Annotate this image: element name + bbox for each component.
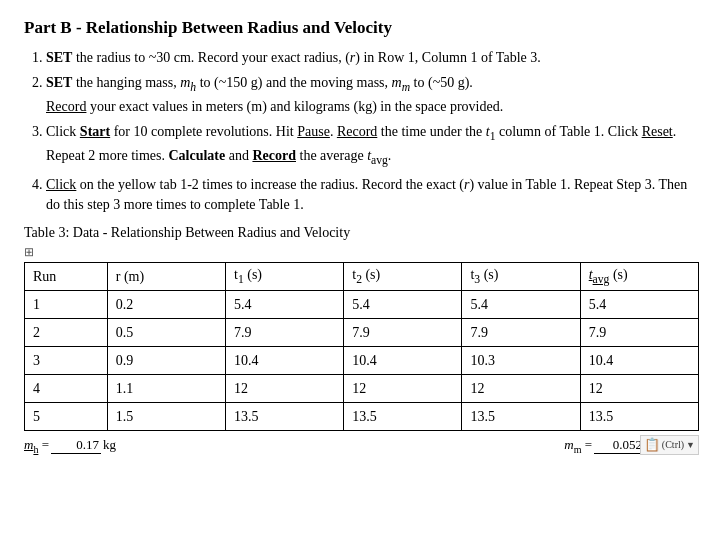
instr3-reset: Reset [642, 124, 673, 139]
cell-r2-c4: 7.9 [344, 319, 462, 347]
cell-r4-c3: 12 [226, 375, 344, 403]
mh-value: 0.17 [51, 437, 101, 454]
instr3-start: Start [80, 124, 110, 139]
mh-unit: kg [103, 437, 116, 453]
table-row: 30.910.410.410.310.4 [25, 347, 699, 375]
cell-r1-c1: 1 [25, 291, 108, 319]
instr2-set: SET [46, 75, 72, 90]
instruction-4: Click on the yellow tab 1-2 times to inc… [46, 175, 699, 216]
mh-label: mh = [24, 437, 49, 455]
cell-r3-c6: 10.4 [580, 347, 698, 375]
cell-r4-c2: 1.1 [107, 375, 225, 403]
instr3-record: Record [337, 124, 377, 139]
cell-r5-c1: 5 [25, 403, 108, 431]
table-header-row: Run r (m) t1 (s) t2 (s) t3 (s) tavg (s) [25, 263, 699, 291]
cell-r5-c4: 13.5 [344, 403, 462, 431]
cell-r1-c3: 5.4 [226, 291, 344, 319]
mm-label: mm = [564, 437, 592, 455]
footer-row: mh = 0.17 kg mm = 0.052 kg 📋 (Ctrl) ▼ [24, 437, 699, 455]
instructions-section: SET the radius to ~30 cm. Record your ex… [24, 48, 699, 215]
cell-r5-c3: 13.5 [226, 403, 344, 431]
instruction-3: Click Start for 10 complete revolutions.… [46, 122, 699, 169]
col-header-t1: t1 (s) [226, 263, 344, 291]
cell-r1-c2: 0.2 [107, 291, 225, 319]
col-header-run: Run [25, 263, 108, 291]
col-header-t3: t3 (s) [462, 263, 580, 291]
cell-r2-c5: 7.9 [462, 319, 580, 347]
instr2-record: Record [46, 99, 86, 114]
col-header-r: r (m) [107, 263, 225, 291]
table-row: 51.513.513.513.513.5 [25, 403, 699, 431]
cell-r3-c1: 3 [25, 347, 108, 375]
cell-r5-c2: 1.5 [107, 403, 225, 431]
instruction-2: SET the hanging mass, mh to (~150 g) and… [46, 73, 699, 117]
cell-r1-c6: 5.4 [580, 291, 698, 319]
cell-r3-c5: 10.3 [462, 347, 580, 375]
instr3-text: Click Start for 10 complete revolutions.… [46, 124, 676, 163]
paste-ctrl-button[interactable]: 📋 (Ctrl) ▼ [640, 435, 699, 455]
instr3-record2: Record [252, 148, 296, 163]
instr1-text2: ) in Row 1, Column 1 of Table 3. [355, 50, 540, 65]
instr4-text: Click on the yellow tab 1-2 times to inc… [46, 177, 687, 212]
table-row: 20.57.97.97.97.9 [25, 319, 699, 347]
col-header-t2: t2 (s) [344, 263, 462, 291]
cell-r3-c4: 10.4 [344, 347, 462, 375]
col-header-tavg: tavg (s) [580, 263, 698, 291]
mm-value: 0.052 [594, 437, 644, 454]
instr3-pause: Pause [297, 124, 330, 139]
table-row: 41.112121212 [25, 375, 699, 403]
instruction-1: SET the radius to ~30 cm. Record your ex… [46, 48, 699, 68]
table-expand-icon[interactable]: ⊞ [24, 245, 699, 260]
cell-r3-c3: 10.4 [226, 347, 344, 375]
cell-r4-c4: 12 [344, 375, 462, 403]
instr1-text1: the radius to ~30 cm. Record your exact … [76, 50, 350, 65]
cell-r4-c1: 4 [25, 375, 108, 403]
cell-r1-c5: 5.4 [462, 291, 580, 319]
table-caption: Table 3: Data - Relationship Between Rad… [24, 225, 699, 241]
cell-r3-c2: 0.9 [107, 347, 225, 375]
dropdown-arrow[interactable]: ▼ [686, 440, 695, 450]
cell-r5-c5: 13.5 [462, 403, 580, 431]
table-row: 10.25.45.45.45.4 [25, 291, 699, 319]
instr3-calculate: Calculate [168, 148, 225, 163]
mh-entry: mh = 0.17 kg [24, 437, 116, 455]
cell-r4-c6: 12 [580, 375, 698, 403]
cell-r2-c3: 7.9 [226, 319, 344, 347]
cell-r2-c1: 2 [25, 319, 108, 347]
cell-r2-c2: 0.5 [107, 319, 225, 347]
ctrl-label: (Ctrl) [662, 439, 684, 450]
cell-r4-c5: 12 [462, 375, 580, 403]
cell-r1-c4: 5.4 [344, 291, 462, 319]
page-title: Part B - Relationship Between Radius and… [24, 18, 699, 38]
cell-r5-c6: 13.5 [580, 403, 698, 431]
paste-icon-symbol: 📋 [644, 437, 660, 453]
cell-r2-c6: 7.9 [580, 319, 698, 347]
instr2-text1: the hanging mass, mh to (~150 g) and the… [46, 75, 503, 114]
instr1-set: SET [46, 50, 72, 65]
data-table: Run r (m) t1 (s) t2 (s) t3 (s) tavg (s) … [24, 262, 699, 431]
instr4-click: Click [46, 177, 76, 192]
